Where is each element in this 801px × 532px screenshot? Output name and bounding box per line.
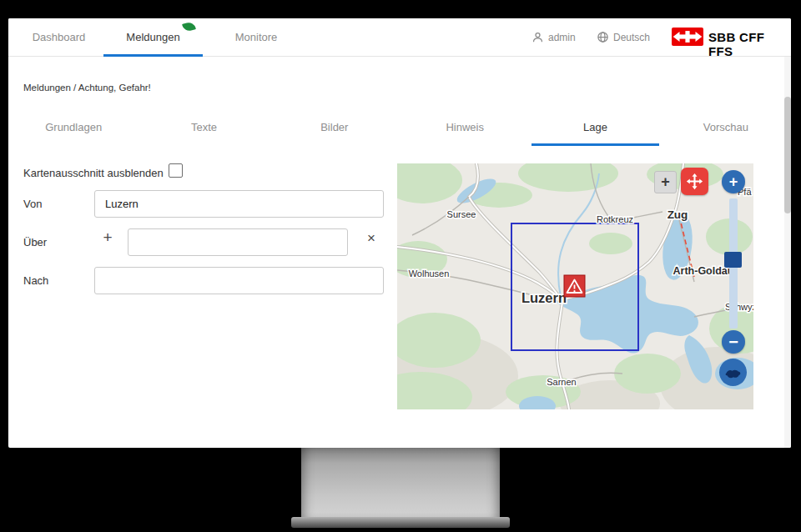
hide-map-checkbox[interactable] — [169, 163, 183, 178]
scrollbar-thumb[interactable] — [784, 97, 791, 213]
nach-input[interactable] — [94, 267, 384, 294]
nav-item-meldungen[interactable]: Meldungen — [103, 18, 203, 57]
tab-bar: Grundlagen Texte Bilder Hinweis Lage Vor… — [8, 112, 791, 143]
add-via-button[interactable]: + — [98, 228, 117, 247]
move-arrows-icon — [686, 173, 703, 190]
ueber-label: Über — [23, 236, 47, 248]
monitor-stand — [301, 448, 500, 519]
sbb-logo-icon — [672, 28, 703, 46]
nav-item-dashboard[interactable]: Dashboard — [28, 18, 90, 57]
tab-lage[interactable]: Lage — [530, 112, 660, 143]
nav-item-meldungen-label: Meldungen — [126, 31, 179, 43]
zoom-in-button[interactable]: + — [722, 170, 745, 193]
tab-texte[interactable]: Texte — [139, 112, 269, 143]
place-label-wolhusen: Wolhusen — [409, 269, 450, 279]
tab-vorschau[interactable]: Vorschau — [661, 112, 791, 143]
tab-hinweis[interactable]: Hinweis — [400, 112, 530, 143]
language-menu[interactable]: Deutsch — [613, 32, 650, 43]
pan-mode-button[interactable] — [681, 168, 708, 195]
zoom-out-button[interactable]: − — [722, 330, 745, 354]
place-label-rotkreuz: Rotkreuz — [597, 214, 633, 224]
von-input[interactable] — [94, 190, 384, 218]
map-viewport[interactable]: Sursee Rotkreuz Zug Wolhusen Luzern Arth… — [397, 163, 753, 409]
monitor-base — [291, 517, 510, 528]
app-header: Dashboard Meldungen Monitore admin Deuts… — [8, 18, 791, 57]
overview-expand-button[interactable]: + — [654, 171, 677, 193]
von-label: Von — [23, 198, 42, 210]
leaf-badge-icon — [182, 21, 196, 32]
tab-bilder[interactable]: Bilder — [270, 112, 400, 143]
active-nav-underline — [103, 54, 203, 57]
user-icon — [531, 31, 544, 47]
brand-text: SBB CFF FFS — [708, 30, 791, 58]
breadcrumb: Meldungen / Achtung, Gefahr! — [23, 83, 151, 93]
monitor-frame: Dashboard Meldungen Monitore admin Deuts… — [0, 0, 801, 532]
switzerland-overview-button[interactable] — [719, 359, 747, 386]
tab-grundlagen[interactable]: Grundlagen — [8, 112, 139, 143]
tab-lage-label: Lage — [583, 121, 607, 133]
switzerland-icon — [723, 365, 743, 379]
map-canvas: Sursee Rotkreuz Zug Wolhusen Luzern Arth… — [397, 163, 753, 409]
scrollbar-track[interactable] — [784, 57, 791, 448]
place-label-sarnen: Sarnen — [547, 377, 576, 387]
screen: Dashboard Meldungen Monitore admin Deuts… — [8, 18, 791, 448]
danger-marker-icon[interactable] — [564, 275, 585, 297]
user-menu[interactable]: admin — [548, 32, 576, 43]
nav-item-monitore[interactable]: Monitore — [230, 18, 282, 57]
clear-via-button[interactable]: × — [362, 229, 380, 248]
hide-map-label: Kartenausschnitt ausblenden — [23, 167, 164, 179]
nach-label: Nach — [23, 274, 48, 287]
ueber-input[interactable] — [128, 228, 348, 256]
place-label-zug: Zug — [668, 208, 688, 221]
place-label-luzern: Luzern — [521, 290, 567, 305]
place-label-sursee: Sursee — [447, 209, 476, 219]
zoom-slider-handle[interactable] — [724, 252, 742, 268]
globe-icon — [597, 31, 609, 47]
active-tab-underline — [531, 143, 658, 146]
